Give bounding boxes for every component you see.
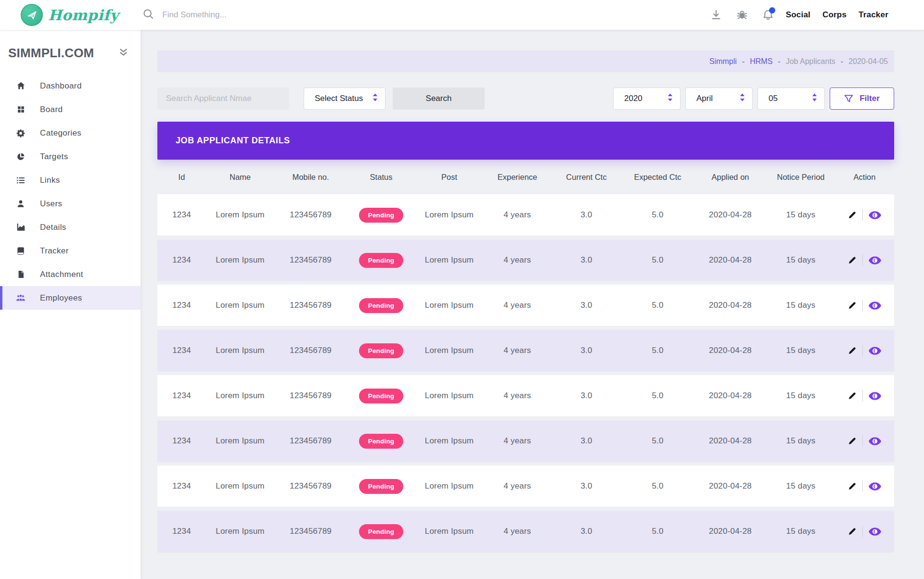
status-badge: Pending <box>359 389 404 403</box>
sidebar-item-label: Employees <box>40 293 82 303</box>
cell-post: Lorem Ipsum <box>415 255 483 265</box>
edit-icon[interactable] <box>848 301 857 310</box>
search-icon <box>142 8 154 22</box>
year-select[interactable]: 2020 <box>613 88 680 110</box>
status-select[interactable]: Select Status <box>304 88 385 110</box>
view-icon[interactable] <box>869 211 881 219</box>
breadcrumb-current-page: Job Applicants <box>786 57 835 66</box>
breadcrumb-link-hrms[interactable]: HRMS <box>750 57 772 66</box>
filter-button[interactable]: Filter <box>830 88 894 110</box>
bug-icon[interactable] <box>736 9 748 21</box>
sidebar-item-employees[interactable]: Employees <box>0 286 141 310</box>
filter-button-label: Filter <box>860 94 880 103</box>
table-rows: 1234 Lorem Ipsum 123456789 Pending Lorem… <box>157 194 894 552</box>
cell-status: Pending <box>347 524 415 539</box>
edit-icon[interactable] <box>848 527 857 536</box>
cell-status: Pending <box>347 253 415 268</box>
applicant-search-input[interactable] <box>157 88 289 110</box>
day-select[interactable]: 05 <box>757 88 825 110</box>
view-icon[interactable] <box>869 302 881 310</box>
notification-badge <box>769 7 775 13</box>
column-header-experience: Experience <box>483 173 552 182</box>
cell-applied-on: 2020-04-28 <box>694 301 767 310</box>
sidebar-item-details[interactable]: Details <box>0 215 141 239</box>
cell-status: Pending <box>347 298 415 313</box>
sidebar-item-dashboard[interactable]: Dashboard <box>0 74 141 98</box>
sidebar-item-users[interactable]: Users <box>0 192 141 215</box>
cell-name: Lorem Ipsum <box>206 527 274 536</box>
cell-actions <box>835 209 894 221</box>
sidebar-item-label: Links <box>40 176 60 185</box>
app-logo[interactable]: Hompify <box>21 4 118 26</box>
sidebar-item-links[interactable]: Links <box>0 168 141 192</box>
cell-experience: 4 years <box>483 255 552 265</box>
table-row: 1234 Lorem Ipsum 123456789 Pending Lorem… <box>157 330 894 371</box>
cell-expected-ctc: 5.0 <box>621 527 694 536</box>
cell-expected-ctc: 5.0 <box>621 301 694 310</box>
edit-icon[interactable] <box>848 482 857 491</box>
column-header-id: Id <box>157 173 206 182</box>
book-icon <box>16 246 26 256</box>
cell-notice-period: 15 days <box>767 301 835 310</box>
cell-post: Lorem Ipsum <box>415 527 483 536</box>
sidebar-item-categories[interactable]: Categories <box>0 121 141 145</box>
cell-mobile: 123456789 <box>274 210 347 220</box>
breadcrumb-link-simmpli[interactable]: Simmpli <box>709 57 737 66</box>
cell-expected-ctc: 5.0 <box>621 346 694 355</box>
edit-icon[interactable] <box>848 391 857 400</box>
view-icon[interactable] <box>869 528 881 536</box>
sidebar-item-board[interactable]: Board <box>0 98 141 121</box>
edit-icon[interactable] <box>848 211 857 219</box>
global-search <box>142 8 316 22</box>
status-badge: Pending <box>359 343 404 358</box>
column-header-expected-ctc: Expected Ctc <box>621 173 694 182</box>
cell-post: Lorem Ipsum <box>415 346 483 355</box>
pie-chart-icon <box>16 152 26 162</box>
cell-actions <box>835 435 894 447</box>
double-chevron-down-icon[interactable] <box>119 48 128 59</box>
cell-applied-on: 2020-04-28 <box>694 255 767 265</box>
file-icon <box>16 270 26 279</box>
topbar-actions: Social Corps Tracker <box>696 9 888 21</box>
updown-arrows-icon <box>667 93 673 104</box>
sidebar-item-tracker[interactable]: Tracker <box>0 239 141 263</box>
edit-icon[interactable] <box>848 346 857 355</box>
cell-status: Pending <box>347 208 415 223</box>
sidebar-item-label: Targets <box>40 152 68 162</box>
view-icon[interactable] <box>869 256 881 264</box>
table-row: 1234 Lorem Ipsum 123456789 Pending Lorem… <box>157 420 894 462</box>
cell-current-ctc: 3.0 <box>552 346 621 355</box>
search-input[interactable] <box>162 10 316 20</box>
download-icon[interactable] <box>710 9 722 21</box>
month-select[interactable]: April <box>685 88 753 110</box>
home-icon <box>16 81 26 91</box>
cell-current-ctc: 3.0 <box>552 210 621 220</box>
view-icon[interactable] <box>869 392 881 400</box>
column-header-mobile: Mobile no. <box>274 173 347 182</box>
view-icon[interactable] <box>869 482 881 491</box>
sidebar-item-attachment[interactable]: Attachment <box>0 263 141 286</box>
search-button[interactable]: Search <box>393 88 485 110</box>
breadcrumb: Simmpli - HRMS - Job Applicants - 2020-0… <box>157 50 894 72</box>
user-icon <box>16 199 26 209</box>
cell-current-ctc: 3.0 <box>552 301 621 310</box>
cell-name: Lorem Ipsum <box>206 255 274 265</box>
month-select-value: April <box>696 94 713 103</box>
edit-icon[interactable] <box>848 256 857 264</box>
nav-link-corps[interactable]: Corps <box>822 10 847 20</box>
view-icon[interactable] <box>869 437 881 445</box>
column-header-status: Status <box>347 173 415 182</box>
breadcrumb-separator: - <box>778 57 780 66</box>
cell-current-ctc: 3.0 <box>552 391 621 401</box>
sidebar-item-targets[interactable]: Targets <box>0 145 141 168</box>
view-icon[interactable] <box>869 347 881 355</box>
nav-link-tracker[interactable]: Tracker <box>859 10 888 20</box>
paper-plane-icon <box>21 4 43 26</box>
table-row: 1234 Lorem Ipsum 123456789 Pending Lorem… <box>157 466 894 507</box>
people-icon <box>16 293 26 303</box>
bell-icon[interactable] <box>762 9 774 21</box>
edit-icon[interactable] <box>848 437 857 445</box>
nav-link-social[interactable]: Social <box>786 10 810 20</box>
cell-name: Lorem Ipsum <box>206 436 274 446</box>
table-row: 1234 Lorem Ipsum 123456789 Pending Lorem… <box>157 239 894 281</box>
